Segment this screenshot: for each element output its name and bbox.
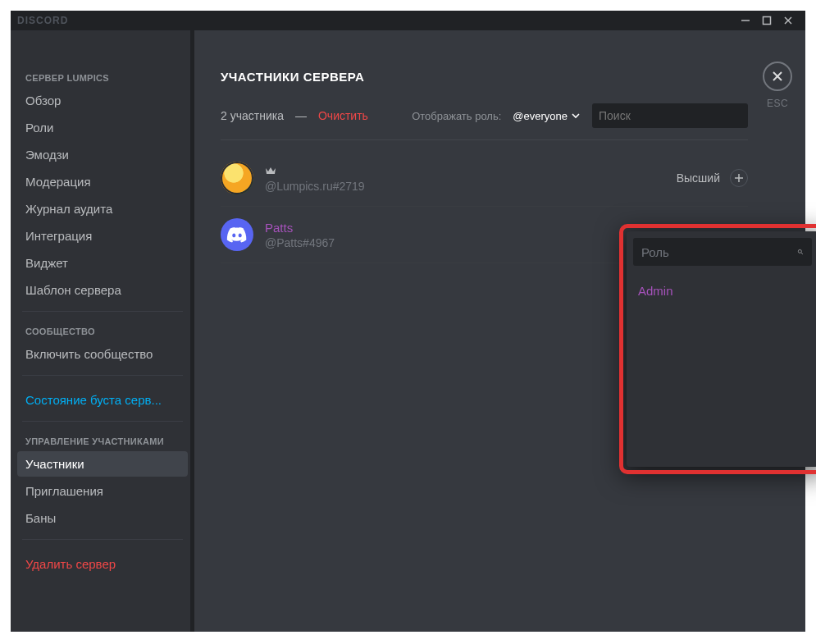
- sidebar-item-widget[interactable]: Виджет: [17, 250, 188, 276]
- esc-label: ESC: [767, 98, 788, 109]
- member-search-input[interactable]: [599, 109, 742, 122]
- titlebar: DISCORD: [11, 11, 805, 30]
- member-tag: @Patts#4967: [265, 236, 445, 249]
- members-toolbar: 2 участника — Очистить Отображать роль: …: [221, 103, 748, 128]
- sidebar-header-user-management: УПРАВЛЕНИЕ УЧАСТНИКАМИ: [17, 433, 188, 451]
- sidebar-item-enable-community[interactable]: Включить сообщество: [17, 341, 188, 367]
- server-owner-crown-icon: [265, 164, 276, 178]
- member-search[interactable]: [592, 103, 748, 128]
- sidebar-item-delete-server[interactable]: Удалить сервер: [17, 551, 188, 577]
- member-display-name: Patts: [265, 221, 293, 235]
- brand-wordmark: DISCORD: [17, 15, 68, 26]
- sidebar-item-moderation[interactable]: Модерация: [17, 169, 188, 194]
- avatar: [221, 162, 253, 194]
- sidebar-header-community: СООБЩЕСТВО: [17, 323, 188, 341]
- app-window: DISCORD СЕРВЕР LUMPICS Обзор Роли Эмодзи…: [11, 11, 805, 632]
- sidebar-item-server-template[interactable]: Шаблон сервера: [17, 277, 188, 303]
- role-popout-search[interactable]: [633, 238, 812, 266]
- sidebar-item-boost-status[interactable]: Состояние буста серв...: [17, 387, 188, 413]
- member-tag: @Lumpics.ru#2719: [265, 180, 445, 193]
- settings-sidebar: СЕРВЕР LUMPICS Обзор Роли Эмодзи Модерац…: [11, 30, 194, 632]
- chevron-down-icon: [571, 111, 581, 121]
- discord-logo-icon: [226, 226, 248, 243]
- role-filter-label: Отображать роль:: [412, 110, 501, 122]
- role-option-admin[interactable]: Admin: [627, 277, 816, 304]
- sidebar-item-overview[interactable]: Обзор: [17, 88, 188, 113]
- window-minimize-button[interactable]: [735, 12, 756, 29]
- sidebar-item-bans[interactable]: Баны: [17, 505, 188, 531]
- svg-point-8: [798, 249, 801, 253]
- sidebar-item-invites[interactable]: Приглашения: [17, 478, 188, 504]
- page-title: УЧАСТНИКИ СЕРВЕРА: [221, 70, 748, 84]
- sidebar-header-server: СЕРВЕР LUMPICS: [17, 70, 188, 88]
- search-icon: [797, 244, 804, 259]
- sidebar-item-members[interactable]: Участники: [17, 451, 188, 477]
- prune-link[interactable]: Очистить: [318, 109, 368, 122]
- sidebar-item-integrations[interactable]: Интеграция: [17, 223, 188, 249]
- role-filter-dropdown[interactable]: @everyone: [513, 110, 581, 122]
- window-maximize-button[interactable]: [756, 12, 777, 29]
- role-popout-list: Admin: [627, 272, 816, 467]
- add-role-button[interactable]: [730, 169, 748, 187]
- svg-line-9: [801, 253, 803, 254]
- svg-rect-1: [764, 17, 771, 25]
- role-popout-search-input[interactable]: [641, 245, 797, 259]
- annotation-highlight: Admin: [619, 224, 816, 474]
- highest-role-label: Высший: [677, 171, 720, 185]
- plus-icon: [734, 173, 744, 183]
- window-close-button[interactable]: [777, 12, 799, 29]
- sidebar-item-roles[interactable]: Роли: [17, 115, 188, 140]
- close-settings: ESC: [763, 62, 792, 109]
- member-row[interactable]: @Lumpics.ru#2719 Высший: [221, 150, 748, 207]
- close-icon: [771, 70, 784, 83]
- role-popout: Admin: [627, 231, 816, 467]
- sidebar-item-audit-log[interactable]: Журнал аудита: [17, 196, 188, 222]
- close-button[interactable]: [763, 62, 792, 91]
- member-count: 2 участника: [221, 109, 284, 122]
- settings-content: УЧАСТНИКИ СЕРВЕРА 2 участника — Очистить…: [194, 30, 805, 632]
- sidebar-item-emoji[interactable]: Эмодзи: [17, 142, 188, 167]
- avatar: [221, 218, 253, 251]
